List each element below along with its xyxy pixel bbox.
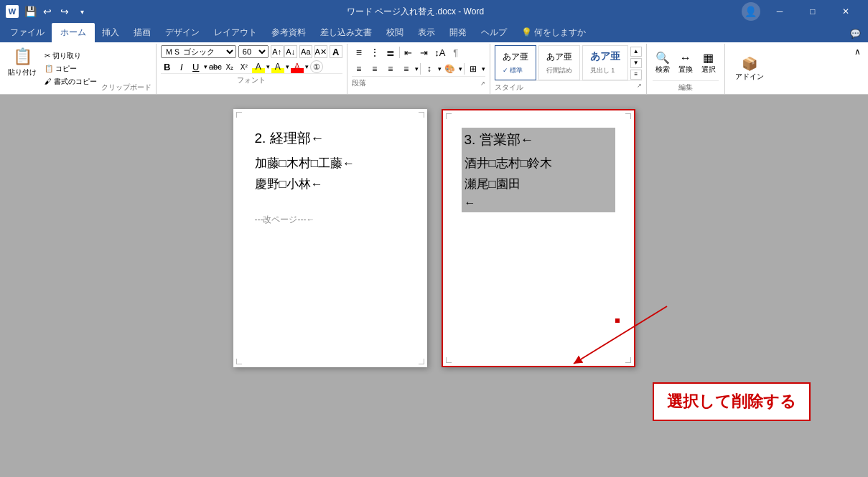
underline-a-button[interactable]: A <box>330 45 342 58</box>
tab-references[interactable]: 参考資料 <box>264 23 313 42</box>
styles-expand-button[interactable]: ↗ <box>637 82 642 93</box>
line-spacing-dropdown[interactable]: ▾ <box>438 65 442 72</box>
increase-indent-button[interactable]: ⇥ <box>417 45 431 60</box>
save-button[interactable]: 💾 <box>23 4 37 19</box>
paste-label: 貼り付け <box>8 67 37 77</box>
copy-button[interactable]: 📋 コピー <box>43 63 98 75</box>
tab-developer[interactable]: 開発 <box>442 23 474 42</box>
underline-button[interactable]: U <box>190 60 202 73</box>
paragraph-expand-button[interactable]: ↗ <box>480 80 485 87</box>
close-button[interactable]: ✕ <box>829 0 862 23</box>
page-left-line2: 慶野□小林← <box>255 176 406 192</box>
undo-button[interactable]: ↩ <box>40 4 55 19</box>
paragraph-group: ≡ ⋮ ≣ ⇤ ⇥ ↕A ¶ ≡ ≡ ≡ ≡ ▾ ↕ ▾ 🎨 ▾ <box>347 44 490 94</box>
font-color-dropdown[interactable]: ▾ <box>305 63 309 70</box>
styles-more-button[interactable]: ≡ <box>630 70 642 80</box>
align-center-button[interactable]: ≡ <box>368 62 382 76</box>
paragraph-group-label: 段落 <box>352 78 366 88</box>
annotation-container: 選択して削除する <box>653 382 811 421</box>
user-avatar[interactable]: 👤 <box>742 2 760 21</box>
font-name-select[interactable]: ＭＳ ゴシック <box>161 45 236 58</box>
superscript-button[interactable]: X² <box>238 60 251 73</box>
font-color-button[interactable]: A <box>291 60 304 73</box>
line-spacing-button[interactable]: ↕ <box>422 62 437 76</box>
tab-file[interactable]: ファイル <box>3 23 52 42</box>
style-heading1[interactable]: あア亜 見出し 1 <box>582 45 628 80</box>
font-grow-button[interactable]: A↑ <box>271 45 284 58</box>
tab-home[interactable]: ホーム <box>52 23 95 42</box>
page-left-line1: 加藤□木村□工藤← <box>255 155 406 171</box>
clipboard-group: 📋 貼り付け ✂ 切り取り 📋 コピー 🖌 書式のコピー クリップボード <box>3 44 157 94</box>
format-copy-button[interactable]: 🖌 書式のコピー <box>43 76 98 88</box>
addin-label: アドイン <box>735 72 764 82</box>
font-size-select[interactable]: 60 <box>238 45 269 58</box>
styles-scroll-down[interactable]: ▼ <box>630 58 642 68</box>
italic-button[interactable]: I <box>175 60 188 73</box>
underline-dropdown[interactable]: ▾ <box>204 63 207 70</box>
justify-button[interactable]: ≡ <box>399 62 414 76</box>
paste-button[interactable]: 📋 貼り付け <box>4 44 40 94</box>
justify-dropdown[interactable]: ▾ <box>415 65 419 72</box>
show-marks-button[interactable]: ¶ <box>449 45 463 60</box>
minimize-button[interactable]: ─ <box>763 0 796 23</box>
page-right-line1: 酒井□志村□鈴木 <box>465 155 612 171</box>
borders-button[interactable]: ⊞ <box>466 62 480 76</box>
bold-button[interactable]: B <box>161 60 174 73</box>
addin-button[interactable]: 📦 アドイン <box>731 53 768 85</box>
shading-dropdown[interactable]: ▾ <box>459 65 462 72</box>
tab-design[interactable]: デザイン <box>158 23 207 42</box>
numbering-button[interactable]: ⋮ <box>368 45 382 60</box>
tab-help[interactable]: ヘルプ <box>474 23 514 42</box>
window-title: ワード ページ入れ替え.docx - Word <box>347 6 484 18</box>
select-button[interactable]: ▦ 選択 <box>699 49 719 76</box>
search-button[interactable]: 🔍 検索 <box>653 49 673 76</box>
borders-dropdown[interactable]: ▾ <box>482 65 485 72</box>
replace-button[interactable]: ↔️ 置換 <box>676 50 696 76</box>
text-color-dropdown[interactable]: ▾ <box>266 63 270 70</box>
page-right-line2: 瀬尾□園田 <box>465 176 612 192</box>
bullets-button[interactable]: ≡ <box>352 45 366 60</box>
sort-button[interactable]: ↕A <box>433 45 447 60</box>
collapse-ribbon-button[interactable]: ∧ <box>850 44 865 60</box>
redo-button[interactable]: ↪ <box>57 4 72 19</box>
change-case-button[interactable]: Aa <box>299 45 312 58</box>
shading-button[interactable]: 🎨 <box>443 62 457 76</box>
corner-tl <box>236 112 242 118</box>
styles-scroll-up[interactable]: ▲ <box>630 47 642 57</box>
decrease-indent-button[interactable]: ⇤ <box>401 45 416 60</box>
comments-button[interactable]: 💬 <box>843 25 868 42</box>
title-bar-left: W 💾 ↩ ↪ ▾ <box>6 4 89 19</box>
phonetic-button[interactable]: ① <box>310 60 323 73</box>
quick-access-toolbar: 💾 ↩ ↪ ▾ <box>23 4 89 19</box>
page-right-title: 3. 営業部← <box>465 131 612 149</box>
tab-view[interactable]: 表示 <box>411 23 442 42</box>
title-bar: W 💾 ↩ ↪ ▾ ワード ページ入れ替え.docx - Word 👤 ─ □ … <box>0 0 868 23</box>
tab-mailings[interactable]: 差し込み文書 <box>313 23 379 42</box>
editing-row: 🔍 検索 ↔️ 置換 ▦ 選択 <box>653 45 719 80</box>
svg-line-0 <box>574 306 667 364</box>
tab-review[interactable]: 校閲 <box>379 23 411 42</box>
restore-button[interactable]: □ <box>796 0 829 23</box>
customize-button[interactable]: ▾ <box>75 4 89 19</box>
multilevel-button[interactable]: ≣ <box>383 45 398 60</box>
page-break-label: ---改ページ---← <box>255 214 406 226</box>
style-normal[interactable]: あア亜 ✓ 標準 <box>495 45 536 80</box>
clear-format-button[interactable]: A✕ <box>314 45 327 58</box>
para-row2: ≡ ≡ ≡ ≡ ▾ ↕ ▾ 🎨 ▾ ⊞ ▾ <box>352 62 485 76</box>
tab-layout[interactable]: レイアウト <box>207 23 264 42</box>
highlight-dropdown[interactable]: ▾ <box>286 63 289 70</box>
font-shrink-button[interactable]: A↓ <box>284 45 297 58</box>
strikethrough-button[interactable]: abc <box>209 60 222 73</box>
collapse-icon[interactable]: ∧ <box>851 45 864 58</box>
subscript-button[interactable]: X₂ <box>223 60 236 73</box>
style-no-spacing[interactable]: あア亜 行間詰め <box>538 45 580 80</box>
tell-me[interactable]: 💡 何をしますか <box>514 23 593 42</box>
text-color-button[interactable]: A <box>252 60 265 73</box>
align-left-button[interactable]: ≡ <box>352 62 366 76</box>
highlight-button[interactable]: A <box>271 60 284 73</box>
align-right-button[interactable]: ≡ <box>383 62 398 76</box>
tab-insert[interactable]: 挿入 <box>95 23 126 42</box>
cut-button[interactable]: ✂ 切り取り <box>43 50 98 62</box>
corner-tl-r <box>446 113 452 119</box>
tab-draw[interactable]: 描画 <box>126 23 158 42</box>
